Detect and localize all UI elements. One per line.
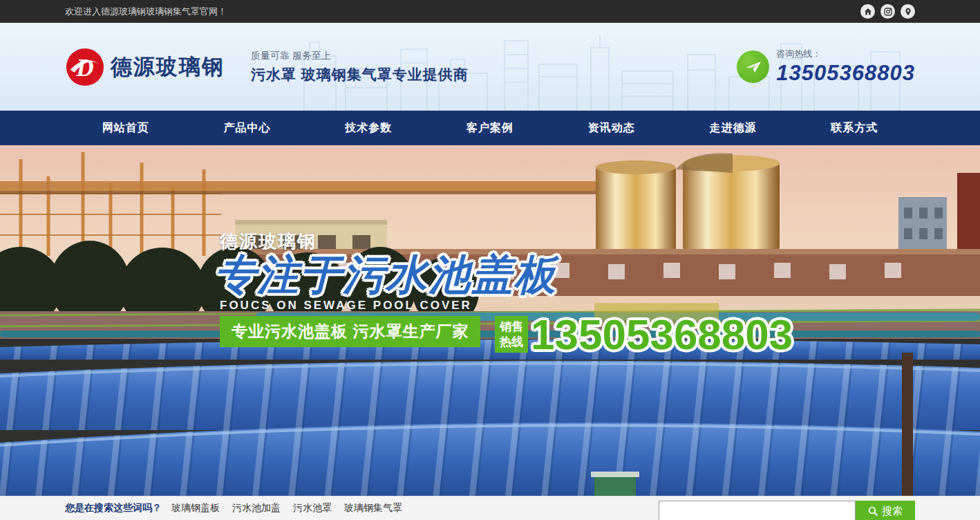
hot-keywords: 玻璃钢盖板 污水池加盖 污水池罩 玻璃钢集气罩 — [171, 502, 402, 514]
hero-tagline: 专业污水池盖板 污水罩生产厂家 — [220, 316, 480, 347]
hero-sales-hotline: 销售 热线 13505368803 — [495, 310, 793, 359]
location-icon[interactable] — [901, 4, 915, 19]
logo[interactable]: D 德源玻璃钢 — [65, 47, 225, 87]
search-button[interactable]: 搜索 — [856, 501, 915, 520]
welcome-text: 欢迎进入德源玻璃钢玻璃钢集气罩官网！ — [65, 6, 227, 18]
topbar-icons — [860, 4, 915, 19]
nav-item-cases[interactable]: 客户案例 — [429, 111, 551, 145]
search-input[interactable] — [659, 501, 856, 520]
topbar: 欢迎进入德源玻璃钢玻璃钢集气罩官网！ — [0, 0, 980, 23]
main-nav: 网站首页 产品中心 技术参数 客户案例 资讯动态 走进德源 联系方式 — [0, 111, 980, 145]
logo-icon: D — [65, 47, 105, 87]
hero-headline: 专注于污水池盖板 — [214, 248, 557, 304]
slogan: 质量可靠 服务至上 污水罩 玻璃钢集气罩专业提供商 — [251, 50, 469, 84]
nav-item-specs[interactable]: 技术参数 — [308, 111, 429, 145]
hero-banner: 德源玻璃钢 专注于污水池盖板 FOUCS ON SEWAGE POOL COVE… — [0, 145, 980, 496]
search-box: 搜索 — [659, 501, 915, 520]
nav-item-products[interactable]: 产品中心 — [187, 111, 308, 145]
header: D 德源玻璃钢 质量可靠 服务至上 污水罩 玻璃钢集气罩专业提供商 咨询热线： … — [0, 23, 980, 111]
magnifier-icon — [868, 506, 878, 517]
search-bar: 您是在搜索这些词吗？ 玻璃钢盖板 污水池加盖 污水池罩 玻璃钢集气罩 搜索 — [0, 496, 980, 520]
instagram-icon[interactable] — [880, 4, 895, 19]
keyword-link[interactable]: 玻璃钢集气罩 — [344, 502, 402, 514]
logo-text: 德源玻璃钢 — [111, 53, 225, 82]
hero-subheadline-en: FOUCS ON SEWAGE POOL COVER — [220, 299, 472, 313]
search-button-label: 搜索 — [882, 505, 903, 518]
hero-copy: 德源玻璃钢 专注于污水池盖板 FOUCS ON SEWAGE POOL COVE… — [0, 145, 980, 496]
hotline-label: 咨询热线： — [776, 48, 915, 60]
paper-plane-icon — [737, 50, 769, 83]
sales-hotline-badge: 销售 热线 — [495, 316, 528, 353]
sales-hotline-number: 13505368803 — [531, 310, 793, 359]
hotline: 咨询热线： 13505368803 — [737, 48, 915, 86]
nav-item-news[interactable]: 资讯动态 — [551, 111, 672, 145]
nav-item-contact[interactable]: 联系方式 — [793, 111, 915, 145]
slogan-line1: 质量可靠 服务至上 — [251, 50, 469, 62]
home-icon[interactable] — [860, 4, 875, 19]
hotline-number: 13505368803 — [776, 61, 915, 86]
slogan-line2: 污水罩 玻璃钢集气罩专业提供商 — [251, 65, 469, 84]
search-prompt: 您是在搜索这些词吗？ — [65, 502, 162, 514]
nav-item-home[interactable]: 网站首页 — [65, 111, 187, 145]
keyword-link[interactable]: 玻璃钢盖板 — [171, 502, 220, 514]
keyword-link[interactable]: 污水池罩 — [293, 502, 332, 514]
nav-item-about[interactable]: 走进德源 — [672, 111, 794, 145]
keyword-link[interactable]: 污水池加盖 — [232, 502, 281, 514]
